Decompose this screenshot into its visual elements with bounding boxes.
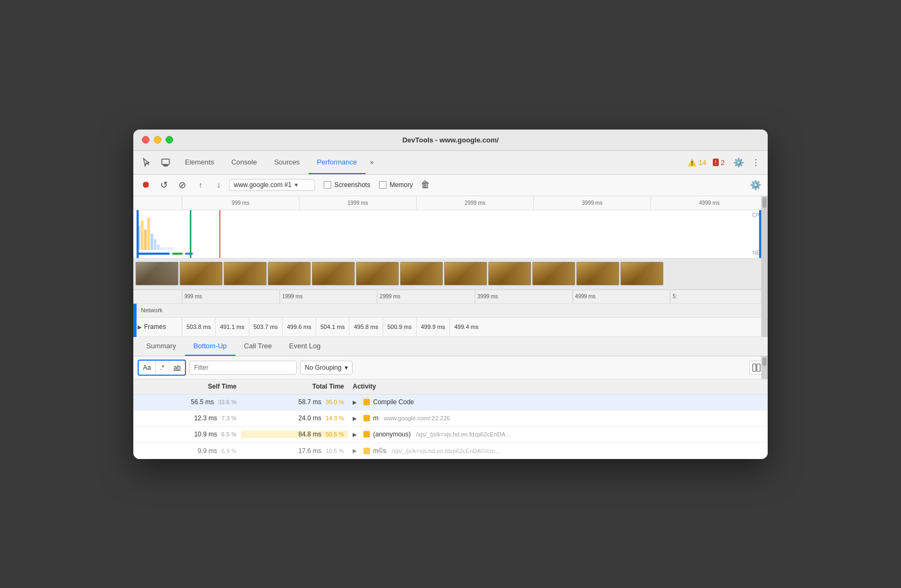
dropdown-arrow-icon: ▾ [295,181,298,189]
bottom-ruler: 999 ms 1999 ms 2999 ms 3999 ms 4999 ms 5… [133,290,768,304]
color-swatch-4 [363,448,370,454]
svg-rect-4 [753,364,756,371]
bottom-mark-3: 2999 ms [377,290,475,303]
frames-expand-icon[interactable]: ▶ [138,324,142,330]
delete-icon[interactable]: 🗑 [417,177,433,193]
screenshot-10 [532,262,575,285]
color-swatch-1 [363,399,370,405]
ruler-mark-1: 999 ms [182,196,299,210]
frame-time-8: 499.9 ms [416,317,449,336]
self-pct-val-4: 5.9 % [221,448,237,454]
screenshot-3 [224,262,267,285]
whole-word-button[interactable]: ab [169,361,185,375]
regex-button[interactable]: .* [156,361,169,375]
ruler-mark-5: 4999 ms [650,196,768,210]
table-row[interactable]: 10.9 ms 6.5 % 84.8 ms 50.5 % ▶ (anonymou… [133,427,768,443]
cell-activity-3: ▶ (anonymous) /xjs/_/js/k=xjs.hd.en.fdzp… [348,431,768,438]
table-header: Self Time Total Time Activity [133,379,768,395]
screenshot-6 [356,262,399,285]
screenshot-9 [488,262,531,285]
cell-total-time-4: 17.6 ms 10.5 % [241,447,348,455]
tab-call-tree[interactable]: Call Tree [235,336,281,356]
activity-text-1: Compile Code [373,398,414,406]
expand-icon-2[interactable]: ▶ [353,415,360,421]
cpu-net-chart[interactable]: CPU NET [133,210,768,259]
bottom-ruler-marks: 999 ms 1999 ms 2999 ms 3999 ms 4999 ms 5… [133,290,768,303]
total-time-val-4: 17.6 ms [298,447,321,455]
tab-actions: ⚠️ 14 ! 2 ⚙️ ⋮ [688,155,763,170]
cell-self-time-3: 10.9 ms 6.5 % [133,431,241,438]
settings-icon[interactable]: ⚙️ [731,155,746,170]
frame-time-2: 491.1 ms [215,317,248,336]
ruler-mark-3: 2999 ms [416,196,533,210]
bottom-mark-1: 999 ms [182,290,280,303]
tab-more[interactable]: » [366,150,378,174]
activity-url-3: /xjs/_/js/k=xjs.hd.en.fdzp62cEnDA... [416,431,510,438]
network-frames-row: Network [133,304,768,318]
filter-input[interactable] [189,361,297,375]
data-table: Self Time Total Time Activity 56.5 ms 33… [133,379,768,459]
screenshots-checkbox[interactable]: Screenshots [324,181,370,189]
expand-icon-4[interactable]: ▶ [353,448,360,454]
table-row[interactable]: 9.9 ms 5.9 % 17.6 ms 10.5 % ▶ m©s /xjs/_… [133,443,768,459]
frame-time-4: 499.6 ms [282,317,316,336]
frames-label: Frames [144,323,166,331]
cursor-icon[interactable] [138,154,155,171]
capture-settings-icon[interactable]: ⚙️ [747,177,763,193]
warnings-badge[interactable]: ⚠️ 14 [688,159,706,167]
cell-total-time-2: 24.0 ms 14.3 % [241,414,348,422]
memory-checkbox[interactable]: Memory [379,181,413,189]
reload-button[interactable]: ↺ [156,177,172,193]
tab-performance[interactable]: Performance [309,150,366,174]
download-button[interactable]: ↓ [211,177,227,193]
self-time-val-1: 56.5 ms [191,398,214,406]
table-row[interactable]: 12.3 ms 7.3 % 24.0 ms 14.3 % ▶ m www.goo… [133,411,768,427]
screenshots-area [133,259,768,290]
minimize-button[interactable] [154,136,161,144]
tab-summary[interactable]: Summary [138,336,185,356]
grouping-select[interactable]: No Grouping ▾ [300,361,353,375]
activity-text-3: (anonymous) [373,431,411,438]
case-sensitive-button[interactable]: Aa [139,361,156,375]
activity-text-2: m [373,414,378,422]
grouping-dropdown-icon: ▾ [345,364,348,371]
device-icon[interactable] [157,154,174,171]
frames-times: 503.8 ms 491.1 ms 503.7 ms 499.6 ms 504.… [182,317,483,336]
bottom-tabs: Summary Bottom-Up Call Tree Event Log [133,337,768,356]
bottom-mark-6: 5: [670,290,768,303]
screenshot-12 [620,262,663,285]
expand-icon-1[interactable]: ▶ [353,399,360,405]
clear-button[interactable]: ⊘ [174,177,190,193]
ruler-mark-2: 1999 ms [299,196,416,210]
tab-bottom-up[interactable]: Bottom-Up [185,336,235,356]
url-select[interactable]: www.google.com #1 ▾ [229,179,315,191]
total-pct-val-1: 35.0 % [326,399,344,405]
devtools-window: DevTools - www.google.com/ Elements Cons… [133,130,768,459]
activity-text-4: m©s [373,447,387,455]
frame-time-1: 503.8 ms [182,317,215,336]
errors-badge[interactable]: ! 2 [713,159,725,167]
screenshot-4 [268,262,311,285]
tab-sources[interactable]: Sources [266,150,309,174]
tab-console[interactable]: Console [223,150,266,174]
record-button[interactable]: ⏺ [138,177,154,193]
header-self-time: Self Time [133,383,241,390]
self-time-val-4: 9.9 ms [198,447,217,455]
screenshot-11 [576,262,619,285]
screenshots-strip [133,261,768,286]
screenshots-checkbox-box[interactable] [324,181,331,189]
tab-event-log[interactable]: Event Log [281,336,330,356]
memory-checkbox-box[interactable] [379,181,387,189]
close-button[interactable] [142,136,149,144]
maximize-button[interactable] [166,136,173,144]
total-pct-val-4: 10.5 % [326,448,344,454]
more-options-icon[interactable]: ⋮ [748,155,763,170]
expand-icon-3[interactable]: ▶ [353,432,360,438]
upload-button[interactable]: ↑ [192,177,209,193]
frames-area: ▶ Frames 503.8 ms 491.1 ms 503.7 ms 499.… [133,318,768,337]
warning-icon: ⚠️ [688,159,696,167]
table-row[interactable]: 56.5 ms 33.6 % 58.7 ms 35.0 % ▶ Compile … [133,395,768,411]
filter-bar: Aa .* ab No Grouping ▾ [133,356,768,379]
tab-elements[interactable]: Elements [176,150,223,174]
self-pct-val-2: 7.3 % [221,415,237,421]
